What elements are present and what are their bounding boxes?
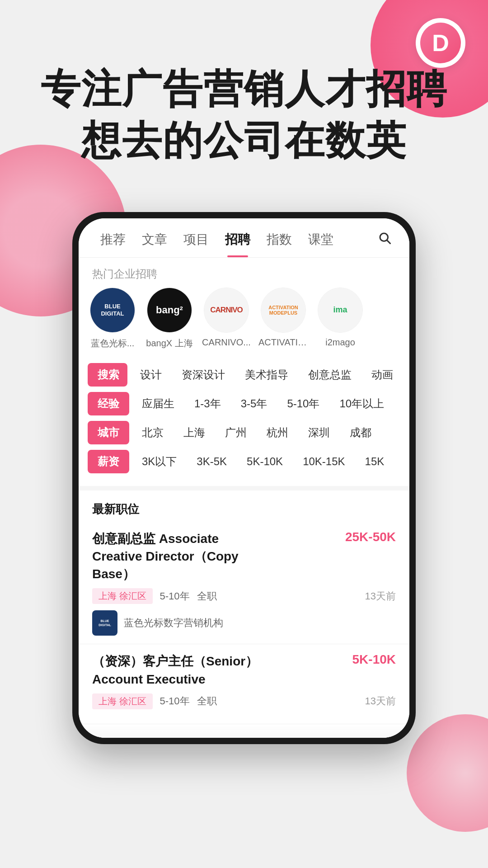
filter-option-chengdu[interactable]: 成都: [343, 421, 379, 444]
job-location-tag-1: 上海 徐汇区: [92, 588, 153, 604]
filter-option-3k-below[interactable]: 3K以下: [135, 450, 184, 473]
filter-option-3k-5k[interactable]: 3K-5K: [189, 451, 234, 472]
phone-mockup: 推荐 文章 项目 招聘 指数 课堂 热门企业招聘: [0, 212, 488, 744]
filter-label-search[interactable]: 搜索: [88, 363, 127, 387]
hero-title: 专注广告营销人才招聘 想去的公司在数英: [36, 63, 452, 167]
job-card-2[interactable]: （资深）客户主任（Senior）Account Executive 5K-10K…: [79, 644, 409, 724]
filter-section: 搜索 设计 资深设计 美术指导 创意总监 动画 经验 应届生 1-3年 3-5年…: [79, 359, 409, 483]
job-title-row-1: 创意副总监 Associate Creative Director（Copy B…: [92, 530, 396, 583]
phone-bottom-fade: [79, 724, 409, 738]
filter-option-10k-15k[interactable]: 10K-15K: [296, 451, 352, 472]
job-company-row-1: BLUEDIGITAL 蓝色光标数字营销机构: [92, 610, 396, 636]
tab-index[interactable]: 指数: [258, 231, 300, 257]
filter-option-senior-design[interactable]: 资深设计: [174, 363, 232, 387]
hot-companies-label: 热门企业招聘: [79, 258, 409, 288]
filter-option-design[interactable]: 设计: [133, 363, 169, 387]
filter-label-city[interactable]: 城市: [88, 421, 129, 444]
company-name-activation: ACTIVATIO...: [258, 337, 308, 348]
job-type-1: 全职: [197, 590, 217, 603]
job-card-1[interactable]: 创意副总监 Associate Creative Director（Copy B…: [79, 522, 409, 645]
job-title-1: 创意副总监 Associate Creative Director（Copy B…: [92, 530, 264, 583]
filter-option-animation[interactable]: 动画: [364, 363, 400, 387]
job-company-logo-1: BLUEDIGITAL: [92, 610, 117, 636]
job-location-tag-2: 上海 徐汇区: [92, 693, 153, 709]
filter-row-city: 城市 北京 上海 广州 杭州 深圳 成都: [88, 421, 400, 444]
filter-option-5k-10k[interactable]: 5K-10K: [239, 451, 290, 472]
filter-option-guangzhou[interactable]: 广州: [218, 421, 254, 444]
phone-screen: 推荐 文章 项目 招聘 指数 课堂 热门企业招聘: [79, 218, 409, 738]
nav-tabs: 推荐 文章 项目 招聘 指数 课堂: [79, 218, 409, 258]
company-name-blue-digital: 蓝色光标...: [91, 337, 135, 349]
latest-jobs-label: 最新职位: [79, 493, 409, 522]
filter-option-1-3y[interactable]: 1-3年: [187, 392, 228, 415]
tab-article[interactable]: 文章: [134, 231, 175, 257]
company-logo-bangx: bang²: [147, 288, 192, 333]
search-icon[interactable]: [373, 231, 396, 257]
job-meta-row-1: 上海 徐汇区 5-10年 全职 13天前: [92, 588, 396, 604]
job-time-2: 13天前: [365, 694, 396, 708]
hero-section: 专注广告营销人才招聘 想去的公司在数英: [0, 0, 488, 194]
job-title-2: （资深）客户主任（Senior）Account Executive: [92, 652, 264, 688]
company-item-imago[interactable]: ima i2mago: [315, 288, 365, 349]
filter-option-10y[interactable]: 10年以上: [332, 392, 391, 415]
job-time-1: 13天前: [365, 590, 396, 603]
filter-option-3-5y[interactable]: 3-5年: [234, 392, 275, 415]
svg-line-1: [387, 240, 390, 243]
logo-letter: D: [432, 29, 449, 57]
filter-option-hangzhou[interactable]: 杭州: [259, 421, 296, 444]
filter-option-creative-director[interactable]: 创意总监: [301, 363, 359, 387]
filter-option-beijing[interactable]: 北京: [135, 421, 171, 444]
filter-label-exp[interactable]: 经验: [88, 392, 129, 415]
section-divider: [79, 486, 409, 491]
company-name-bangx: bangX 上海: [146, 337, 192, 349]
job-salary-2: 5K-10K: [352, 652, 396, 667]
job-type-2: 全职: [197, 694, 217, 708]
tab-project[interactable]: 项目: [175, 231, 217, 257]
phone-frame: 推荐 文章 项目 招聘 指数 课堂 热门企业招聘: [72, 212, 416, 744]
company-logo-activation: ACTIVATIONMODEPLUS: [261, 288, 306, 333]
tab-jobs[interactable]: 招聘: [217, 231, 258, 257]
filter-row-exp: 经验 应届生 1-3年 3-5年 5-10年 10年以上: [88, 392, 400, 415]
job-salary-1: 25K-50K: [345, 530, 396, 544]
tab-course[interactable]: 课堂: [300, 231, 342, 257]
filter-label-salary[interactable]: 薪资: [88, 450, 129, 473]
job-meta-row-2: 上海 徐汇区 5-10年 全职 13天前: [92, 693, 396, 709]
company-item-activation[interactable]: ACTIVATIONMODEPLUS ACTIVATIO...: [258, 288, 308, 349]
filter-row-search: 搜索 设计 资深设计 美术指导 创意总监 动画: [88, 363, 400, 387]
company-item-bangx[interactable]: bang² bangX 上海: [145, 288, 194, 349]
company-name-imago: i2mago: [325, 337, 355, 348]
filter-option-5-10y[interactable]: 5-10年: [280, 392, 327, 415]
phone-content: 推荐 文章 项目 招聘 指数 课堂 热门企业招聘: [79, 218, 409, 738]
job-exp-1: 5-10年: [160, 590, 190, 603]
filter-option-fresh[interactable]: 应届生: [135, 392, 182, 415]
company-item-blue-digital[interactable]: BLUE DIGITAL 蓝色光标...: [88, 288, 137, 349]
filter-option-art-director[interactable]: 美术指导: [238, 363, 296, 387]
job-company-name-1: 蓝色光标数字营销机构: [124, 616, 223, 630]
filter-row-salary: 薪资 3K以下 3K-5K 5K-10K 10K-15K 15K: [88, 450, 400, 473]
company-name-carnivo: CARNIVO...: [202, 337, 251, 348]
company-item-carnivo[interactable]: CARNIVO CARNIVO...: [202, 288, 251, 349]
company-logo-imago: ima: [318, 288, 363, 333]
hero-line2: 想去的公司在数英: [36, 115, 452, 166]
tab-recommend[interactable]: 推荐: [92, 231, 134, 257]
job-exp-2: 5-10年: [160, 694, 190, 708]
filter-option-shanghai[interactable]: 上海: [176, 421, 212, 444]
companies-row: BLUE DIGITAL 蓝色光标... bang² bangX 上海: [79, 288, 409, 359]
filter-option-15k[interactable]: 15K: [358, 451, 392, 472]
company-logo-carnivo: CARNIVO: [204, 288, 249, 333]
hero-line1: 专注广告营销人才招聘: [36, 63, 452, 115]
job-title-row-2: （资深）客户主任（Senior）Account Executive 5K-10K: [92, 652, 396, 688]
filter-option-shenzhen[interactable]: 深圳: [301, 421, 337, 444]
app-logo[interactable]: D: [416, 18, 465, 68]
company-logo-blue-digital: BLUE DIGITAL: [90, 288, 135, 333]
